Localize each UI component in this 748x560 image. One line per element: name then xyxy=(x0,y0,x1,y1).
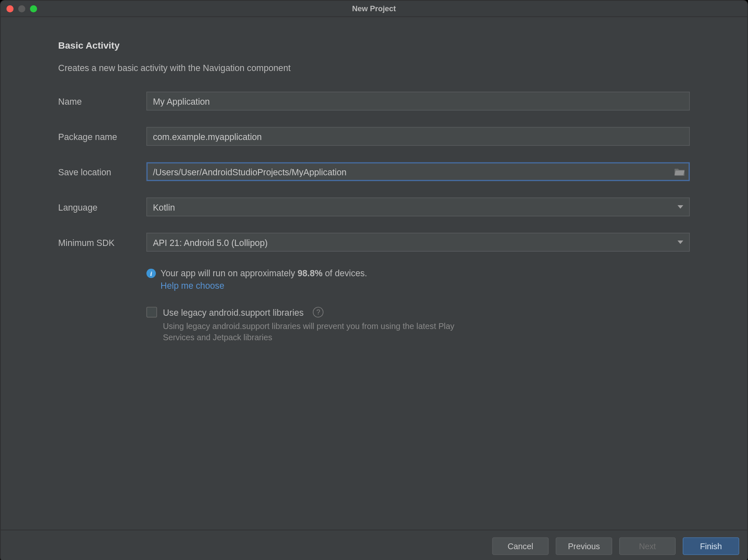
device-coverage-info: i Your app will run on approximately 98.… xyxy=(146,268,690,278)
new-project-dialog: New Project Basic Activity Creates a new… xyxy=(0,0,748,560)
dialog-content: Basic Activity Creates a new basic activ… xyxy=(0,17,747,530)
titlebar: New Project xyxy=(0,0,747,17)
package-row: Package name xyxy=(58,127,690,146)
legacy-label: Use legacy android.support libraries xyxy=(163,307,304,317)
package-label: Package name xyxy=(58,131,146,141)
sdk-info-row: i Your app will run on approximately 98.… xyxy=(58,268,690,290)
sdk-row: Minimum SDK API 21: Android 5.0 (Lollipo… xyxy=(58,233,690,251)
legacy-description: Using legacy android.support libraries w… xyxy=(163,321,457,343)
location-input[interactable] xyxy=(146,162,690,181)
minimize-window-button xyxy=(18,5,25,12)
sdk-value: API 21: Android 5.0 (Lollipop) xyxy=(153,237,268,247)
next-button: Next xyxy=(619,537,676,555)
location-row: Save location xyxy=(58,162,690,181)
sdk-label: Minimum SDK xyxy=(58,237,146,247)
package-input[interactable] xyxy=(146,127,690,146)
info-icon: i xyxy=(146,268,156,278)
chevron-down-icon xyxy=(677,241,683,244)
name-row: Name xyxy=(58,92,690,111)
maximize-window-button[interactable] xyxy=(30,5,37,12)
dialog-footer: Cancel Previous Next Finish xyxy=(0,530,747,560)
cancel-button[interactable]: Cancel xyxy=(492,537,549,555)
close-window-button[interactable] xyxy=(7,5,14,12)
language-row: Language Kotlin xyxy=(58,197,690,216)
language-label: Language xyxy=(58,202,146,212)
finish-button[interactable]: Finish xyxy=(683,537,739,555)
window-controls xyxy=(0,5,37,12)
page-heading: Basic Activity xyxy=(58,41,690,51)
coverage-percent: 98.8% xyxy=(298,268,322,278)
coverage-suffix: of devices. xyxy=(322,268,367,278)
browse-folder-icon[interactable] xyxy=(674,167,685,176)
name-input[interactable] xyxy=(146,92,690,111)
legacy-row: Use legacy android.support libraries ? U… xyxy=(58,307,690,343)
help-me-choose-link[interactable]: Help me choose xyxy=(160,280,224,290)
name-label: Name xyxy=(58,96,146,106)
chevron-down-icon xyxy=(677,205,683,209)
help-icon[interactable]: ? xyxy=(313,307,323,317)
language-value: Kotlin xyxy=(153,202,175,212)
page-subtitle: Creates a new basic activity with the Na… xyxy=(58,63,690,73)
previous-button[interactable]: Previous xyxy=(556,537,612,555)
location-label: Save location xyxy=(58,167,146,177)
language-select[interactable]: Kotlin xyxy=(146,197,690,216)
window-title: New Project xyxy=(0,4,747,13)
legacy-checkbox[interactable] xyxy=(146,307,157,317)
sdk-select[interactable]: API 21: Android 5.0 (Lollipop) xyxy=(146,233,690,251)
coverage-prefix: Your app will run on approximately xyxy=(160,268,298,278)
